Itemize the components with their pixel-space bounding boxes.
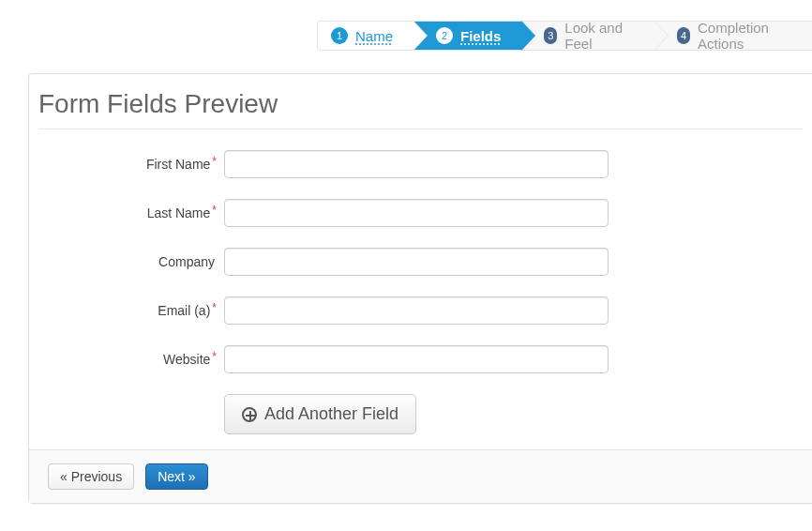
step-label: Name xyxy=(355,28,393,44)
company-input[interactable] xyxy=(224,248,609,276)
field-row-email: Email (a) xyxy=(38,296,803,325)
first-name-input[interactable] xyxy=(224,150,609,178)
email-input[interactable] xyxy=(224,296,609,325)
field-row-company: Company xyxy=(38,248,803,276)
step-number: 4 xyxy=(677,27,690,44)
add-another-field-button[interactable]: Add Another Field xyxy=(224,394,416,434)
panel-footer: « Previous Next » xyxy=(29,449,812,503)
form-preview-panel: Form Fields Preview First Name Last Name… xyxy=(28,73,812,504)
step-number: 1 xyxy=(331,27,348,44)
website-input[interactable] xyxy=(224,345,609,373)
step-number: 3 xyxy=(544,27,557,44)
field-label: Last Name xyxy=(38,205,224,220)
step-fields[interactable]: 2 Fields xyxy=(414,21,521,51)
field-row-first-name: First Name xyxy=(38,150,803,178)
step-label: Fields xyxy=(460,28,501,44)
field-row-last-name: Last Name xyxy=(38,199,803,227)
step-number: 2 xyxy=(436,27,453,44)
last-name-input[interactable] xyxy=(224,199,609,227)
step-name[interactable]: 1 Name xyxy=(317,21,414,51)
wizard-steps: 1 Name 2 Fields 3 Look and Feel 4 Comple… xyxy=(317,21,812,51)
plus-circle-icon xyxy=(242,407,257,422)
add-button-label: Add Another Field xyxy=(264,404,398,424)
step-look-and-feel[interactable]: 3 Look and Feel xyxy=(521,21,654,51)
step-completion-actions[interactable]: 4 Completion Actions xyxy=(654,21,812,51)
field-row-website: Website xyxy=(38,345,803,373)
previous-button[interactable]: « Previous xyxy=(48,463,134,490)
field-label: Website xyxy=(38,352,224,367)
field-label: Company xyxy=(38,254,224,269)
step-label: Look and Feel xyxy=(564,20,634,52)
next-button[interactable]: Next » xyxy=(145,463,207,490)
field-label: Email (a) xyxy=(38,303,224,318)
field-label: First Name xyxy=(38,157,224,172)
step-label: Completion Actions xyxy=(698,20,791,52)
panel-title: Form Fields Preview xyxy=(38,87,803,129)
